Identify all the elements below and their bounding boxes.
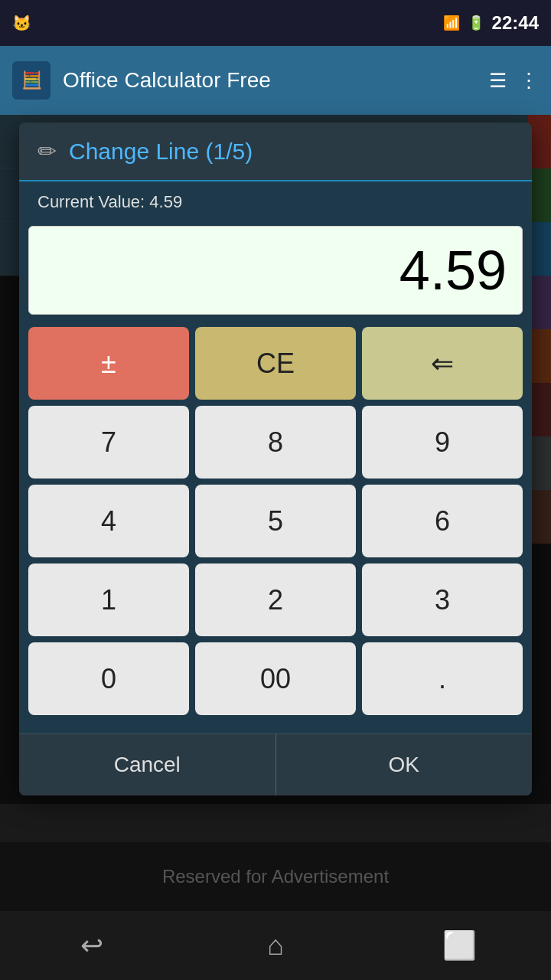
change-line-dialog: ✏ Change Line (1/5) Current Value: 4.59 … bbox=[19, 122, 532, 795]
dialog-footer: Cancel OK bbox=[19, 733, 532, 795]
keypad-row-4: 1 2 3 bbox=[28, 564, 523, 636]
key-dot[interactable]: . bbox=[362, 642, 523, 715]
key-00[interactable]: 00 bbox=[195, 642, 356, 715]
cancel-button[interactable]: Cancel bbox=[19, 734, 276, 795]
keypad-row-2: 7 8 9 bbox=[28, 406, 523, 479]
key-7[interactable]: 7 bbox=[28, 406, 189, 479]
recent-button[interactable]: ⬜ bbox=[429, 923, 490, 969]
keypad-row-5: 0 00 . bbox=[28, 642, 523, 715]
key-1[interactable]: 1 bbox=[28, 564, 189, 636]
app-title: Office Calculator Free bbox=[63, 68, 477, 93]
key-4[interactable]: 4 bbox=[28, 485, 189, 557]
key-8[interactable]: 8 bbox=[195, 406, 356, 479]
status-bar: 🐱 📶 🔋 22:44 bbox=[0, 0, 551, 46]
more-icon[interactable]: ⋮ bbox=[519, 69, 539, 93]
nav-bar: ↩ ⌂ ⬜ bbox=[0, 911, 551, 980]
status-time: 22:44 bbox=[492, 12, 539, 34]
key-9[interactable]: 9 bbox=[362, 406, 523, 479]
current-value-label: Current Value: 4.59 bbox=[19, 181, 532, 223]
app-icon-small: 🐱 bbox=[12, 14, 31, 32]
calc-display: 4.59 bbox=[28, 226, 523, 315]
app-icon: 🧮 bbox=[12, 61, 51, 100]
ad-section: Reserved for Advertisement bbox=[0, 842, 551, 911]
battery-icon: 🔋 bbox=[468, 15, 484, 31]
app-bar: 🧮 Office Calculator Free ☰ ⋮ bbox=[0, 46, 551, 115]
keypad-row-3: 4 5 6 bbox=[28, 485, 523, 557]
ad-text: Reserved for Advertisement bbox=[162, 866, 389, 887]
keypad-row-1: ± CE ⇐ bbox=[28, 327, 523, 400]
dialog-header: ✏ Change Line (1/5) bbox=[19, 122, 532, 181]
sign-key[interactable]: ± bbox=[28, 327, 189, 400]
key-5[interactable]: 5 bbox=[195, 485, 356, 557]
ce-key[interactable]: CE bbox=[195, 327, 356, 400]
signal-icon: 📶 bbox=[443, 15, 460, 31]
dialog-title: Change Line (1/5) bbox=[69, 139, 253, 165]
backspace-key[interactable]: ⇐ bbox=[362, 327, 523, 400]
ok-button[interactable]: OK bbox=[276, 734, 533, 795]
key-3[interactable]: 3 bbox=[362, 564, 523, 636]
keypad: ± CE ⇐ 7 8 9 4 5 6 1 2 3 bbox=[19, 321, 532, 733]
key-6[interactable]: 6 bbox=[362, 485, 523, 557]
home-button[interactable]: ⌂ bbox=[245, 923, 306, 969]
key-2[interactable]: 2 bbox=[195, 564, 356, 636]
dialog-overlay: ✏ Change Line (1/5) Current Value: 4.59 … bbox=[0, 115, 551, 804]
back-button[interactable]: ↩ bbox=[61, 923, 122, 969]
key-0[interactable]: 0 bbox=[28, 642, 189, 715]
pencil-icon: ✏ bbox=[37, 138, 57, 165]
list-icon[interactable]: ☰ bbox=[489, 69, 507, 93]
